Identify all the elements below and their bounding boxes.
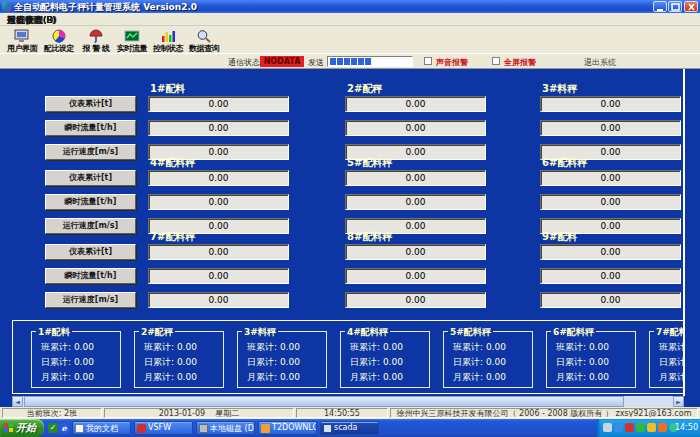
document-icon bbox=[75, 424, 84, 433]
menu-help[interactable]: 帮助(H) bbox=[0, 13, 46, 27]
send-label: 发送 bbox=[308, 57, 324, 68]
data-query-button[interactable]: 数据查询 bbox=[186, 27, 222, 53]
scroll-left-arrow[interactable]: ◄ bbox=[12, 396, 23, 407]
vsfw-icon bbox=[137, 424, 146, 433]
scale-6-instant-flow: 0.00 bbox=[540, 194, 681, 210]
sound-alarm-checkbox[interactable] bbox=[424, 57, 432, 65]
scale-8-title: 8#配料秤 bbox=[347, 230, 392, 244]
month-total: 月累计: 0.00 bbox=[659, 371, 684, 384]
label-run-speed[interactable]: 运行速度[m/s] bbox=[45, 292, 136, 308]
scale-3-meter-total: 0.00 bbox=[540, 96, 681, 112]
scale-9-meter-total: 0.00 bbox=[540, 244, 681, 260]
label-instant-flow[interactable]: 瞬时流量[t/h] bbox=[45, 268, 136, 284]
scale-2-meter-total: 0.00 bbox=[345, 96, 486, 112]
date-status: 2013-01-09 星期二 bbox=[104, 408, 294, 418]
close-button[interactable] bbox=[684, 1, 698, 12]
totals-box-7: 7#配料 班累计: 0.00 日累计: 0.00 月累计: 0.00 bbox=[649, 331, 684, 388]
title-bar: 全自动配料电子秤计量管理系统 Version2.0 bbox=[0, 0, 700, 13]
shift-total: 班累计: 0.00 bbox=[41, 341, 94, 354]
scale-4-instant-flow: 0.00 bbox=[148, 194, 289, 210]
scale-5-instant-flow: 0.00 bbox=[345, 194, 486, 210]
scale-1-instant-flow: 0.00 bbox=[148, 120, 289, 136]
scale-1-meter-total: 0.00 bbox=[148, 96, 289, 112]
tray-icon-red[interactable] bbox=[625, 423, 634, 432]
tray-icon-yellow[interactable] bbox=[647, 423, 656, 432]
umbrella-icon bbox=[88, 28, 104, 42]
scale-7-meter-total: 0.00 bbox=[148, 244, 289, 260]
horizontal-scrollbar[interactable]: ◄ ► bbox=[12, 396, 684, 407]
flow-screen-icon bbox=[124, 28, 140, 42]
scale-9-run-speed: 0.00 bbox=[540, 292, 681, 308]
fullscreen-alarm-checkbox[interactable] bbox=[492, 57, 500, 65]
tray-icon-orange[interactable] bbox=[658, 423, 667, 432]
bar-chart-icon bbox=[160, 28, 176, 42]
tray-icon-blue[interactable] bbox=[614, 423, 623, 432]
totals-box-1: 1#配料 班累计: 0.00 日累计: 0.00 月累计: 0.00 bbox=[31, 331, 121, 388]
shift-total: 班累计: 0.00 bbox=[144, 341, 197, 354]
scale-7-title: 7#配料秤 bbox=[150, 230, 195, 244]
task-vsfw[interactable]: VSFW bbox=[134, 421, 193, 435]
shield-icon[interactable]: ✓ bbox=[48, 423, 58, 433]
label-instant-flow[interactable]: 瞬时流量[t/h] bbox=[45, 194, 136, 210]
shift-total: 班累计: 0.00 bbox=[659, 341, 684, 354]
ratio-setting-button[interactable]: 配比设定 bbox=[41, 27, 77, 53]
weekday-value: 星期二 bbox=[215, 409, 239, 418]
menu-bar: 系统设置(S) 运行参数(P) 运行状态(R) 报表管理(B) 数据查询(D) … bbox=[0, 13, 700, 26]
month-total: 月累计: 0.00 bbox=[556, 371, 609, 384]
task-my-documents[interactable]: 我的文档 bbox=[72, 421, 131, 435]
label-run-speed[interactable]: 运行速度[m/s] bbox=[45, 218, 136, 234]
control-status-button[interactable]: 控制状态 bbox=[150, 27, 186, 53]
internet-explorer-icon[interactable]: e bbox=[59, 423, 69, 433]
label-meter-total[interactable]: 仪表累计[t] bbox=[45, 170, 136, 186]
totals-box-2: 2#配秤 班累计: 0.00 日累计: 0.00 月累计: 0.00 bbox=[134, 331, 224, 388]
shift-total: 班累计: 0.00 bbox=[350, 341, 403, 354]
scada-icon bbox=[323, 424, 332, 433]
alarm-line-button[interactable]: 报 警 线 bbox=[78, 27, 114, 53]
start-button[interactable]: 开始 bbox=[0, 419, 44, 437]
task-local-disk[interactable]: 本地磁盘 (D:) bbox=[196, 421, 255, 435]
minimize-button[interactable] bbox=[653, 1, 667, 12]
label-instant-flow[interactable]: 瞬时流量[t/h] bbox=[45, 120, 136, 136]
scale-6-title: 6#配料秤 bbox=[542, 156, 587, 170]
scale-7-run-speed: 0.00 bbox=[148, 292, 289, 308]
maximize-button[interactable] bbox=[668, 1, 682, 12]
scale-7-instant-flow: 0.00 bbox=[148, 268, 289, 284]
pie-chart-icon bbox=[51, 28, 67, 42]
tray-icon-green[interactable] bbox=[636, 423, 645, 432]
system-tray: 14:50 bbox=[597, 419, 700, 437]
month-total: 月累计: 0.00 bbox=[41, 371, 94, 384]
time-status: 14:50:55 bbox=[296, 408, 388, 418]
scale-8-run-speed: 0.00 bbox=[345, 292, 486, 308]
scale-5-title: 5#配料秤 bbox=[347, 156, 392, 170]
windows-taskbar: 开始 ✓ e 我的文档 VSFW 本地磁盘 (D:) T2DOWNLOAD sc… bbox=[0, 419, 700, 437]
user-interface-button[interactable]: 用户界面 bbox=[4, 27, 40, 53]
month-total: 月累计: 0.00 bbox=[247, 371, 300, 384]
exit-system-button[interactable]: 退出系统 bbox=[584, 57, 616, 68]
month-total: 月累计: 0.00 bbox=[453, 371, 506, 384]
totals-box-6: 6#配料秤 班累计: 0.00 日累计: 0.00 月累计: 0.00 bbox=[546, 331, 636, 388]
magnifier-icon bbox=[196, 28, 212, 42]
scroll-right-arrow[interactable]: ► bbox=[673, 396, 684, 407]
speaker-icon[interactable] bbox=[603, 423, 612, 432]
scale-9-instant-flow: 0.00 bbox=[540, 268, 681, 284]
comm-status-strip: 通信状态 NODATA 发送 声音报警 全屏报警 退出系统 bbox=[0, 53, 700, 69]
label-run-speed[interactable]: 运行速度[m/s] bbox=[45, 144, 136, 160]
sound-alarm-label: 声音报警 bbox=[436, 57, 468, 68]
disk-drive-icon bbox=[199, 424, 208, 433]
scrollbar-thumb[interactable] bbox=[24, 396, 624, 407]
day-total: 日累计: 0.00 bbox=[556, 356, 609, 369]
label-meter-total[interactable]: 仪表累计[t] bbox=[45, 96, 136, 112]
label-meter-total[interactable]: 仪表累计[t] bbox=[45, 244, 136, 260]
realtime-flow-button[interactable]: 实时流量 bbox=[114, 27, 150, 53]
scale-4-title: 4#配料秤 bbox=[150, 156, 195, 170]
day-total: 日累计: 0.00 bbox=[350, 356, 403, 369]
comm-status-badge: NODATA bbox=[260, 56, 304, 67]
shift-total: 班累计: 0.00 bbox=[556, 341, 609, 354]
task-scada[interactable]: scada bbox=[320, 421, 379, 435]
task-t2download[interactable]: T2DOWNLOAD bbox=[258, 421, 317, 435]
month-total: 月累计: 0.00 bbox=[144, 371, 197, 384]
folder-icon bbox=[261, 424, 270, 433]
scale-2-title: 2#配秤 bbox=[347, 82, 382, 96]
scale-3-instant-flow: 0.00 bbox=[540, 120, 681, 136]
shift-status: 当前班次: 2班 bbox=[2, 408, 102, 418]
